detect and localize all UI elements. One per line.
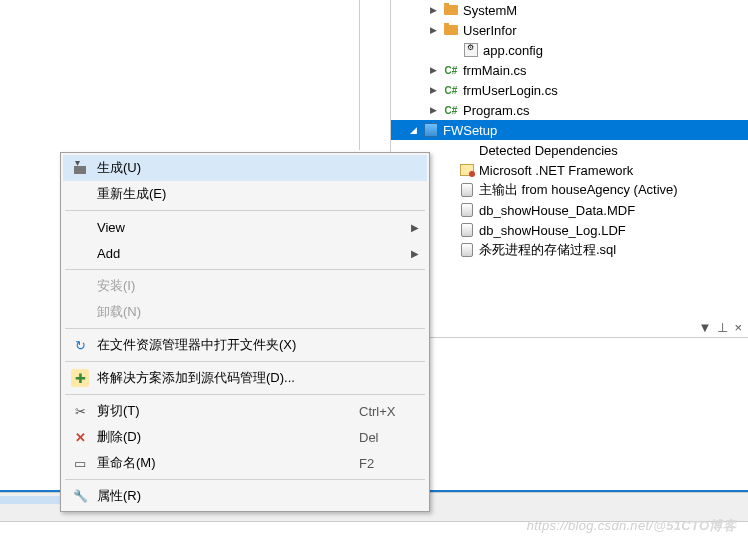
menu-item-openfolder[interactable]: ↻在文件资源管理器中打开文件夹(X) [63,332,427,358]
cut-icon: ✂ [71,402,89,420]
menu-separator [65,328,425,329]
expander-icon[interactable] [447,44,459,56]
expander-icon[interactable]: ▶ [427,4,439,16]
tree-item-frmmain-cs[interactable]: ▶C#frmMain.cs [391,60,748,80]
delete-icon: ✕ [71,428,89,446]
tree-item--sql[interactable]: 杀死进程的存储过程.sql [391,240,748,260]
file-icon [459,222,475,238]
menu-item-add[interactable]: Add▶ [63,240,427,266]
tree-item-label: Program.cs [463,103,529,118]
tree-item-label: Microsoft .NET Framework [479,163,633,178]
submenu-arrow-icon: ▶ [411,248,419,259]
blank-icon [71,244,89,262]
blank-icon [71,277,89,295]
menu-item-rebuild[interactable]: 重新生成(E) [63,181,427,207]
expander-icon[interactable]: ▶ [427,84,439,96]
editor-blank [25,0,360,150]
config-icon [463,42,479,58]
blank-icon [71,218,89,236]
tree-item-label: frmUserLogin.cs [463,83,558,98]
menu-item-label: 剪切(T) [97,402,351,420]
editor-background [0,0,385,150]
menu-item-label: Add [97,246,403,261]
tree-item-frmuserlogin-cs[interactable]: ▶C#frmUserLogin.cs [391,80,748,100]
menu-item-cut[interactable]: ✂剪切(T)Ctrl+X [63,398,427,424]
menu-item-delete[interactable]: ✕删除(D)Del [63,424,427,450]
watermark: https://blog.csdn.net/@51CTO博客 [527,517,736,535]
folder-icon [443,22,459,38]
file-icon [459,202,475,218]
blank-icon [71,303,89,321]
tree-item--from-houseagency-active-[interactable]: 主输出 from houseAgency (Active) [391,180,748,200]
close-icon[interactable]: × [734,320,742,335]
menu-separator [65,269,425,270]
menu-shortcut: Del [359,430,419,445]
menu-item-label: 属性(R) [97,487,419,505]
expander-icon[interactable]: ▶ [427,24,439,36]
menu-separator [65,479,425,480]
file-icon [459,242,475,258]
csharp-icon: C# [443,62,459,78]
menu-item-label: 删除(D) [97,428,351,446]
tree-item-program-cs[interactable]: ▶C#Program.cs [391,100,748,120]
csharp-icon: C# [443,82,459,98]
tree-item-detected-dependencies[interactable]: Detected Dependencies [391,140,748,160]
pin-icon[interactable]: ⊥ [717,320,728,335]
open-folder-icon: ↻ [71,336,89,354]
tree-item-systemm[interactable]: ▶SystemM [391,0,748,20]
build-icon [71,159,89,177]
expander-icon[interactable]: ▶ [427,64,439,76]
tree-item-app-config[interactable]: app.config [391,40,748,60]
expander-icon[interactable]: ◢ [407,124,419,136]
tree-item-label: app.config [483,43,543,58]
tree-item-label: 主输出 from houseAgency (Active) [479,181,678,199]
tree-item-fwsetup-selected[interactable]: ◢FWSetup [391,120,748,140]
tree-item-label: UserInfor [463,23,516,38]
menu-item-unload: 卸载(N) [63,299,427,325]
tree-item-label: FWSetup [443,123,497,138]
context-menu: 生成(U)重新生成(E)View▶Add▶安装(I)卸载(N)↻在文件资源管理器… [60,152,430,512]
menu-separator [65,361,425,362]
file-icon [459,182,475,198]
menu-item-label: 在文件资源管理器中打开文件夹(X) [97,336,419,354]
tree-item-label: Detected Dependencies [479,143,618,158]
menu-item-label: View [97,220,403,235]
menu-item-addsrc[interactable]: ✚将解决方案添加到源代码管理(D)... [63,365,427,391]
menu-item-build[interactable]: 生成(U) [63,155,427,181]
blank-icon [71,185,89,203]
tree-item-label: frmMain.cs [463,63,527,78]
menu-item-install: 安装(I) [63,273,427,299]
menu-item-label: 重命名(M) [97,454,351,472]
wrench-icon: 🔧 [71,487,89,505]
tree-item-label: db_showHouse_Log.LDF [479,223,626,238]
menu-separator [65,394,425,395]
menu-item-label: 卸载(N) [97,303,419,321]
tree-item-db_showhouse_log-ldf[interactable]: db_showHouse_Log.LDF [391,220,748,240]
folder-icon [443,2,459,18]
menu-shortcut: Ctrl+X [359,404,419,419]
blank-icon [459,142,475,158]
expander-icon[interactable]: ▶ [427,104,439,116]
submenu-arrow-icon: ▶ [411,222,419,233]
scroll-marker [0,496,60,504]
menu-item-prop[interactable]: 🔧属性(R) [63,483,427,509]
dropdown-icon[interactable]: ▼ [699,320,712,335]
menu-item-label: 重新生成(E) [97,185,419,203]
rename-icon: ▭ [71,454,89,472]
solution-explorer-tree[interactable]: ▶SystemM▶UserInforapp.config▶C#frmMain.c… [390,0,748,310]
menu-item-label: 安装(I) [97,277,419,295]
tree-item-db_showhouse_data-mdf[interactable]: db_showHouse_Data.MDF [391,200,748,220]
menu-item-view[interactable]: View▶ [63,214,427,240]
tree-item-label: SystemM [463,3,517,18]
tree-item-microsoft-net-framework[interactable]: Microsoft .NET Framework [391,160,748,180]
tree-item-userinfor[interactable]: ▶UserInfor [391,20,748,40]
menu-shortcut: F2 [359,456,419,471]
tree-item-label: db_showHouse_Data.MDF [479,203,635,218]
menu-item-label: 将解决方案添加到源代码管理(D)... [97,369,419,387]
setup-icon [423,122,439,138]
menu-item-label: 生成(U) [97,159,419,177]
tree-item-label: 杀死进程的存储过程.sql [479,241,616,259]
menu-separator [65,210,425,211]
menu-item-rename[interactable]: ▭重命名(M)F2 [63,450,427,476]
csharp-icon: C# [443,102,459,118]
